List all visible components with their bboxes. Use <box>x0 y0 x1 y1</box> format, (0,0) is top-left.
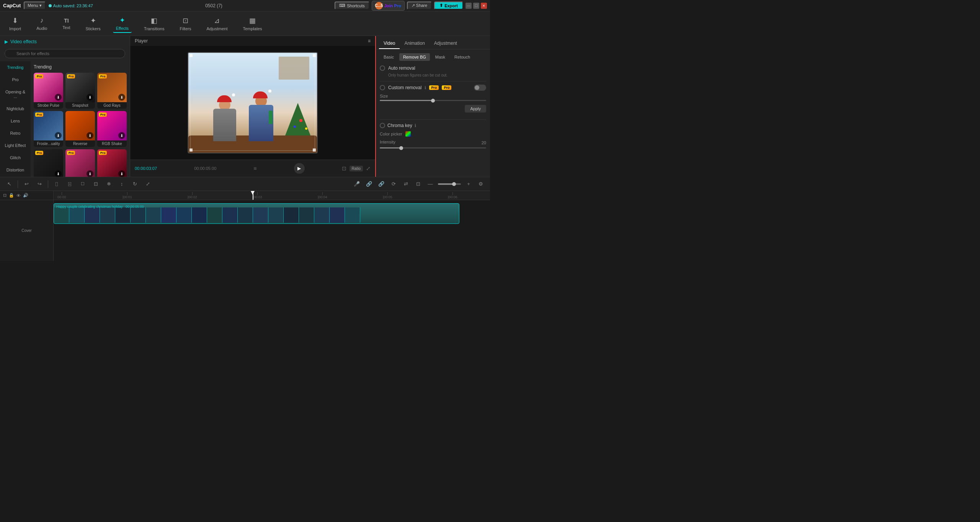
eye-icon[interactable]: 👁 <box>16 193 21 198</box>
size-slider-track[interactable] <box>380 100 486 101</box>
download-icon[interactable]: ⬇ <box>55 132 62 139</box>
link-btn4[interactable]: ⇄ <box>401 179 410 189</box>
tab-adjustment[interactable]: Adjustment <box>430 38 462 49</box>
category-retro[interactable]: Retro <box>0 127 31 139</box>
intensity-slider-track[interactable] <box>380 147 486 148</box>
undo-btn[interactable]: ↩ <box>22 179 31 189</box>
search-input[interactable] <box>5 49 125 58</box>
download-icon[interactable]: ⬇ <box>87 94 93 101</box>
link-btn1[interactable]: 🔗 <box>364 179 374 189</box>
effect-flickery-shots[interactable]: Pro ⬇ Flickery Shots <box>65 149 95 177</box>
toolbar-import[interactable]: ⬇ Import <box>6 15 24 33</box>
download-icon[interactable]: ⬇ <box>55 94 62 101</box>
video-clip[interactable]: Happy couple celebrating christmas holid… <box>54 203 459 224</box>
auto-removal-checkbox[interactable] <box>380 65 385 71</box>
category-nightclub[interactable]: Nightclub <box>0 103 31 115</box>
download-icon[interactable]: ⬇ <box>118 170 125 177</box>
category-lens[interactable]: Lens <box>0 115 31 127</box>
tab-animation[interactable]: Animation <box>400 38 429 49</box>
expand-icon[interactable]: ⤢ <box>366 165 371 171</box>
split-btn[interactable]: ⌷ <box>52 179 61 189</box>
download-icon[interactable]: ⬇ <box>87 170 93 177</box>
delete-btn[interactable]: ⌻ <box>65 179 74 189</box>
playhead[interactable] <box>253 191 253 200</box>
effect-step-printing[interactable]: Pro ⬇ Step Printing <box>34 149 63 177</box>
sub-tab-remove-bg[interactable]: Remove BG <box>399 53 430 61</box>
pro-badge: Pro <box>67 74 75 78</box>
toolbar-templates[interactable]: ▦ Templates <box>240 15 265 33</box>
share-button[interactable]: ↗ Share <box>407 2 432 10</box>
effect-strobe-pulse[interactable]: Pro ⬇ Strobe Pulse <box>34 73 63 109</box>
maximize-button[interactable]: ☐ <box>473 3 479 9</box>
category-pro[interactable]: Pro <box>0 73 31 86</box>
crop-btn[interactable]: ☐ <box>78 179 87 189</box>
play-button[interactable]: ▶ <box>294 163 305 174</box>
category-light-effect[interactable]: Light Effect <box>0 139 31 152</box>
toolbar-divider <box>18 180 18 188</box>
effect-rgb-shake[interactable]: Pro ⬇ RGB Shake <box>97 111 127 147</box>
settings-icon[interactable]: ⚙ <box>476 179 485 189</box>
close-button[interactable]: ✕ <box>481 3 487 9</box>
lock-icon[interactable]: 🔒 <box>9 193 14 198</box>
download-icon[interactable]: ⬇ <box>118 132 125 139</box>
redo-btn[interactable]: ↪ <box>35 179 44 189</box>
link-btn5[interactable]: ⊡ <box>413 179 423 189</box>
toolbar-text[interactable]: TI Text <box>59 16 73 31</box>
sub-tab-retouch[interactable]: Retouch <box>451 53 474 61</box>
custom-removal-info-icon[interactable]: ℹ <box>425 85 426 90</box>
minimize-button[interactable]: — <box>466 3 472 9</box>
custom-removal-checkbox[interactable] <box>380 85 385 90</box>
download-icon[interactable]: ⬇ <box>87 132 93 139</box>
chroma-key-info-icon[interactable]: ℹ <box>415 123 416 128</box>
export-button[interactable]: ⬆ Export <box>434 2 463 10</box>
freeze-btn[interactable]: ❄ <box>104 179 113 189</box>
tab-video[interactable]: Video <box>379 38 400 49</box>
category-opening[interactable]: Opening & ... <box>0 86 31 103</box>
apply-button[interactable]: Apply <box>465 105 486 113</box>
zoom-in-icon[interactable]: + <box>464 179 473 189</box>
select-tool-btn[interactable]: ↖ <box>5 179 14 189</box>
download-icon[interactable]: ⬇ <box>55 170 62 177</box>
zoom-slider[interactable] <box>438 183 461 185</box>
size-slider-thumb[interactable] <box>431 99 435 103</box>
timeline-view-icon[interactable]: ≡ <box>253 165 256 171</box>
align-btn[interactable]: ⊡ <box>91 179 100 189</box>
sub-tab-mask[interactable]: Mask <box>431 53 449 61</box>
custom-removal-toggle[interactable] <box>474 85 486 91</box>
download-icon[interactable]: ⬇ <box>118 94 125 101</box>
category-trending[interactable]: Trending <box>0 61 31 73</box>
rotate-btn[interactable]: ↻ <box>130 179 139 189</box>
color-picker-swatch[interactable] <box>405 131 411 137</box>
toolbar-filters[interactable]: ⊡ Filters <box>176 15 194 33</box>
menu-button[interactable]: Menu ▾ <box>24 2 46 10</box>
link-btn3[interactable]: ⟳ <box>389 179 398 189</box>
toolbar-audio[interactable]: ♪ Audio <box>33 15 50 32</box>
audio-track-icon[interactable]: 🔊 <box>23 193 28 198</box>
effect-froste-uality[interactable]: Pro ⬇ Froste...uality <box>34 111 63 147</box>
toolbar-stickers[interactable]: ✦ Stickers <box>83 15 104 33</box>
mic-btn[interactable]: 🎤 <box>352 179 361 189</box>
effect-reverse[interactable]: ⬇ Reverse <box>65 111 95 147</box>
intensity-slider-thumb[interactable] <box>399 146 403 150</box>
category-glitch[interactable]: Glitch <box>0 152 31 164</box>
join-pro-label[interactable]: Join Pro <box>384 3 401 8</box>
ratio-button[interactable]: Ratio <box>350 166 363 171</box>
chroma-key-checkbox[interactable] <box>380 123 385 128</box>
effect-snapshot[interactable]: Pro ⬇ Snapshot <box>65 73 95 109</box>
join-pro-section[interactable]: C...5 Join Pro <box>372 1 405 11</box>
category-distortion[interactable]: Distortion <box>0 164 31 176</box>
zoom-out-icon[interactable]: — <box>426 179 435 189</box>
thumb-frame-18 <box>314 207 330 223</box>
fullscreen-icon[interactable]: ⊡ <box>342 165 346 171</box>
toolbar-transitions[interactable]: ◧ Transitions <box>141 15 167 33</box>
transform-btn[interactable]: ↕ <box>117 179 126 189</box>
sub-tab-basic[interactable]: Basic <box>380 53 398 61</box>
trim-btn[interactable]: ⤢ <box>143 179 152 189</box>
link-btn2[interactable]: 🔗 <box>377 179 386 189</box>
shortcuts-button[interactable]: ⌨ Shortcuts <box>335 2 369 10</box>
toolbar-adjustment[interactable]: ⊿ Adjustment <box>203 15 230 33</box>
title-bar-right: ⌨ Shortcuts C...5 Join Pro ↗ Share ⬆ Exp… <box>335 1 487 11</box>
effect-god-rays[interactable]: Pro ⬇ God Rays <box>97 73 127 109</box>
toolbar-effects[interactable]: ✦ Effects <box>113 15 132 33</box>
effect-infrared-lights[interactable]: Pro ⬇ Infrared Lights <box>97 149 127 177</box>
